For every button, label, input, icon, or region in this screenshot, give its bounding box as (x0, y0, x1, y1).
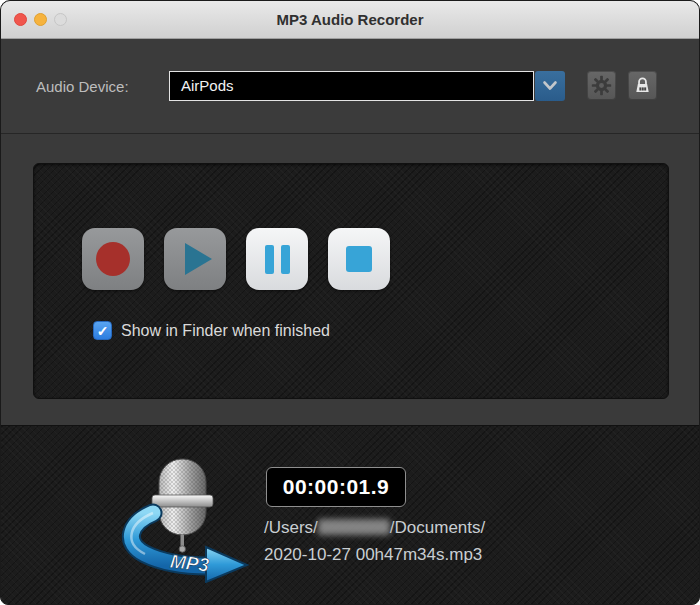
recording-timer: 00:00:01.9 (266, 467, 406, 507)
show-in-finder-label: Show in Finder when finished (121, 322, 330, 340)
toolbar: Audio Device: AirPods (1, 39, 699, 134)
recorder-panel: ✓ Show in Finder when finished (33, 163, 669, 399)
lock-icon (632, 75, 653, 96)
show-in-finder-checkbox[interactable]: ✓ (93, 321, 112, 340)
transport-controls (82, 228, 390, 290)
output-file-path: /Users//Documents/ 2020-10-27 00h47m34s.… (264, 514, 564, 568)
path-prefix: /Users/ (264, 518, 318, 537)
app-window: MP3 Audio Recorder Audio Device: AirPods (0, 0, 700, 605)
play-button[interactable] (164, 228, 226, 290)
redacted-username (318, 519, 390, 535)
stop-icon (346, 246, 372, 272)
path-suffix: /Documents/ (390, 518, 485, 537)
checkmark-icon: ✓ (97, 324, 109, 338)
audio-device-dropdown[interactable]: AirPods (169, 71, 565, 101)
show-in-finder-option: ✓ Show in Finder when finished (93, 321, 330, 340)
status-section: MP3 00:00:01.9 /Users//Documents/ 2020-1… (1, 425, 700, 605)
lock-button[interactable] (628, 71, 657, 100)
chevron-down-icon (540, 76, 560, 96)
audio-device-value[interactable]: AirPods (169, 71, 534, 101)
record-button[interactable] (82, 228, 144, 290)
stop-button[interactable] (328, 228, 390, 290)
record-icon (96, 242, 130, 276)
pause-icon (265, 245, 290, 274)
play-icon (185, 243, 212, 275)
pause-button[interactable] (246, 228, 308, 290)
title-bar: MP3 Audio Recorder (1, 1, 699, 39)
audio-device-label: Audio Device: (36, 78, 129, 95)
dropdown-button[interactable] (535, 71, 565, 101)
output-file-name: 2020-10-27 00h47m34s.mp3 (264, 545, 482, 564)
settings-button[interactable] (587, 71, 616, 100)
mp3-microphone-icon: MP3 (113, 443, 251, 583)
mp3-badge-text: MP3 (169, 551, 210, 576)
gear-icon (591, 75, 612, 96)
window-title: MP3 Audio Recorder (1, 1, 699, 39)
